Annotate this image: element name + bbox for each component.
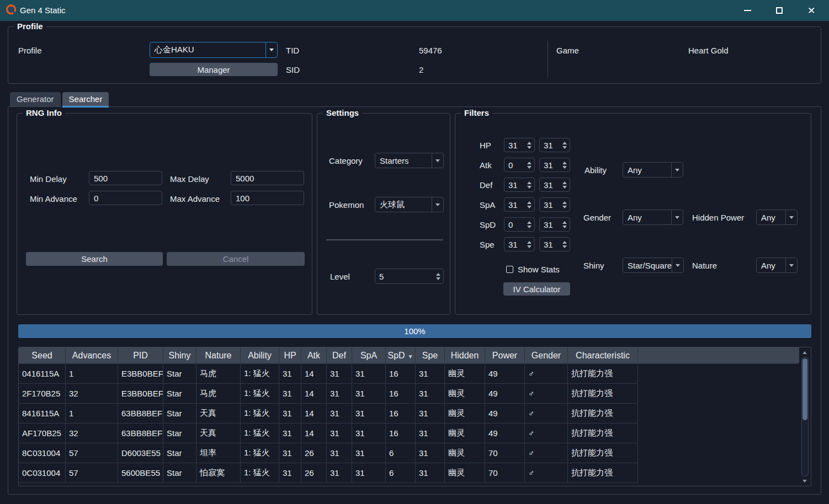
column-header-gender[interactable]: Gender bbox=[525, 347, 568, 364]
scrollbar-handle[interactable] bbox=[803, 358, 807, 420]
spinner-arrows-icon[interactable] bbox=[434, 273, 443, 280]
result-cell: 31 bbox=[416, 404, 445, 423]
result-cell: 1: 猛火 bbox=[241, 364, 279, 384]
level-spinbox[interactable]: 5 bbox=[375, 269, 444, 284]
column-header-spe[interactable]: Spe bbox=[416, 347, 445, 364]
column-header-characteristic[interactable]: Characteristic bbox=[568, 347, 638, 364]
result-row[interactable]: AF170B253263BB8BEFStar天真1: 猛火31143131163… bbox=[19, 423, 799, 443]
tab-searcher[interactable]: Searcher bbox=[62, 92, 109, 106]
spinner-arrows-icon[interactable] bbox=[525, 142, 534, 149]
result-cell: Star bbox=[163, 443, 196, 463]
iv-min-spinbox[interactable]: 0 bbox=[504, 217, 535, 232]
close-button[interactable]: ✕ bbox=[803, 2, 820, 19]
gender-combobox[interactable]: Any bbox=[623, 210, 683, 225]
profile-combobox[interactable]: 心金HAKU bbox=[150, 42, 278, 58]
scroll-up-icon[interactable] bbox=[803, 349, 807, 356]
spinner-arrows-icon[interactable] bbox=[561, 162, 570, 169]
result-cell: 16 bbox=[386, 423, 416, 443]
hidden-power-combobox[interactable]: Any bbox=[756, 210, 798, 225]
column-header-power[interactable]: Power bbox=[485, 347, 525, 364]
column-header-seed[interactable]: Seed bbox=[19, 347, 66, 364]
column-header-label: Spe bbox=[422, 351, 438, 360]
table-vertical-scrollbar[interactable] bbox=[800, 349, 809, 484]
column-header-atk[interactable]: Atk bbox=[301, 347, 327, 364]
result-cell: 31 bbox=[352, 423, 386, 443]
column-header-def[interactable]: Def bbox=[327, 347, 352, 364]
chevron-down-icon[interactable] bbox=[671, 163, 683, 177]
tab-generator[interactable]: Generator bbox=[10, 92, 61, 106]
spinner-arrows-icon[interactable] bbox=[525, 221, 534, 228]
chevron-down-icon[interactable] bbox=[672, 258, 683, 272]
scroll-down-icon[interactable] bbox=[803, 478, 807, 484]
spinner-arrows-icon[interactable] bbox=[525, 162, 534, 169]
max-advance-input[interactable]: 100 bbox=[231, 191, 304, 205]
column-header-advances[interactable]: Advances bbox=[66, 347, 118, 364]
column-header-nature[interactable]: Nature bbox=[196, 347, 241, 364]
result-row[interactable]: 0416115A1E3BB0BEFStar马虎1: 猛火311431311631… bbox=[19, 364, 799, 384]
min-delay-input[interactable]: 500 bbox=[89, 171, 162, 185]
result-row[interactable]: 8416115A163BB8BEFStar天真1: 猛火311431311631… bbox=[19, 404, 799, 423]
chevron-down-icon[interactable] bbox=[432, 153, 443, 168]
category-combobox[interactable]: Starters bbox=[375, 153, 444, 168]
iv-min-spinbox[interactable]: 31 bbox=[504, 197, 535, 212]
chevron-down-icon[interactable] bbox=[265, 42, 277, 57]
minimize-button[interactable] bbox=[739, 2, 756, 19]
pokemon-combobox-value: 火球鼠 bbox=[375, 197, 432, 212]
result-cell: 1 bbox=[66, 404, 118, 423]
spinner-arrows-icon[interactable] bbox=[561, 201, 570, 208]
chevron-down-icon[interactable] bbox=[432, 197, 443, 212]
show-stats-checkbox[interactable]: Show Stats bbox=[506, 265, 560, 274]
scrollbar-track[interactable] bbox=[801, 357, 809, 476]
result-row[interactable]: 8C03100457D6003E55Star坦率1: 猛火31263131631… bbox=[19, 443, 799, 463]
checkbox-icon[interactable] bbox=[506, 266, 513, 273]
min-advance-input[interactable]: 0 bbox=[89, 191, 162, 205]
cancel-button[interactable]: Cancel bbox=[167, 252, 305, 266]
result-cell: 63BB8BEF bbox=[118, 423, 163, 443]
spinner-arrows-icon[interactable] bbox=[561, 142, 570, 149]
shiny-combobox[interactable]: Star/Square bbox=[623, 258, 684, 273]
iv-max-spinbox[interactable]: 31 bbox=[539, 138, 570, 152]
spinner-arrows-icon[interactable] bbox=[525, 241, 534, 248]
iv-min-spinbox[interactable]: 31 bbox=[504, 138, 535, 152]
iv-min-spinbox[interactable]: 31 bbox=[504, 237, 535, 251]
result-cell: 幽灵 bbox=[445, 423, 485, 443]
max-delay-input[interactable]: 5000 bbox=[231, 171, 304, 185]
manager-button[interactable]: Manager bbox=[150, 63, 278, 76]
iv-max-spinbox[interactable]: 31 bbox=[539, 217, 570, 232]
iv-max-spinbox[interactable]: 31 bbox=[539, 237, 570, 251]
spinner-arrows-icon[interactable] bbox=[561, 221, 570, 228]
chevron-down-icon[interactable] bbox=[785, 258, 797, 272]
nature-combobox[interactable]: Any bbox=[756, 258, 798, 273]
column-header-spa[interactable]: SpA bbox=[352, 347, 386, 364]
column-header-ability[interactable]: Ability bbox=[241, 347, 279, 364]
column-header-hp[interactable]: HP bbox=[279, 347, 301, 364]
spinner-arrows-icon[interactable] bbox=[561, 241, 570, 248]
column-header-spd[interactable]: SpD▼ bbox=[386, 347, 416, 364]
titlebar: Gen 4 Static ✕ bbox=[0, 0, 829, 21]
column-header-hidden[interactable]: Hidden bbox=[445, 347, 485, 364]
spinner-arrows-icon[interactable] bbox=[525, 201, 534, 208]
result-row[interactable]: 2F170B2532E3BB0BEFStar马虎1: 猛火31143131163… bbox=[19, 384, 799, 404]
spinner-arrows-icon[interactable] bbox=[561, 181, 570, 189]
result-cell: ♂ bbox=[525, 364, 568, 384]
iv-max-spinbox[interactable]: 31 bbox=[539, 197, 570, 212]
iv-max-spinbox[interactable]: 31 bbox=[539, 158, 570, 172]
maximize-button[interactable] bbox=[771, 2, 788, 19]
result-row[interactable]: 0C031004575600BE55Star怕寂寞1: 猛火3126313163… bbox=[19, 463, 799, 483]
iv-min-spinbox[interactable]: 31 bbox=[504, 178, 535, 192]
spinner-arrows-icon[interactable] bbox=[525, 181, 534, 189]
iv-min-spinbox[interactable]: 0 bbox=[504, 158, 535, 172]
chevron-down-icon[interactable] bbox=[785, 210, 797, 224]
iv-calculator-button[interactable]: IV Calculator bbox=[503, 282, 570, 296]
search-button[interactable]: Search bbox=[26, 252, 163, 266]
iv-max-spinbox[interactable]: 31 bbox=[539, 178, 570, 192]
nature-label: Nature bbox=[692, 261, 717, 270]
pokemon-combobox[interactable]: 火球鼠 bbox=[375, 197, 444, 212]
column-header-pid[interactable]: PID bbox=[118, 347, 163, 364]
spinbox-value: 31 bbox=[540, 160, 561, 170]
results-table-container: SeedAdvancesPIDShinyNatureAbilityHPAtkDe… bbox=[18, 347, 811, 486]
chevron-down-icon[interactable] bbox=[671, 210, 683, 224]
column-header-shiny[interactable]: Shiny bbox=[163, 347, 196, 364]
result-cell: 天真 bbox=[196, 423, 241, 443]
ability-combobox[interactable]: Any bbox=[623, 162, 683, 178]
